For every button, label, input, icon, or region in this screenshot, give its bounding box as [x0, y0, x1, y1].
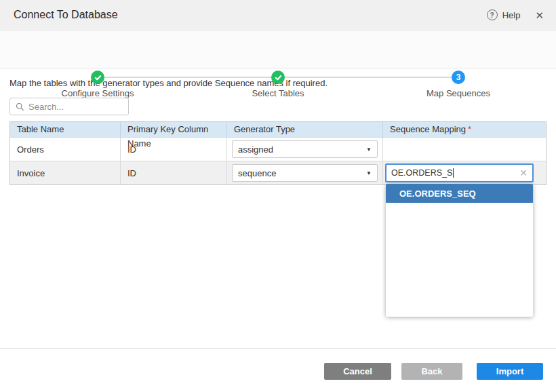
sequence-mapping-input[interactable]: OE.ORDERS_S ✕: [385, 163, 534, 182]
sequence-suggestions-dropdown: OE.ORDERS_SEQ: [386, 184, 533, 317]
chevron-down-icon: ▼: [366, 170, 372, 176]
generator-type-select[interactable]: assigned ▼: [232, 140, 378, 158]
step-2-complete-icon[interactable]: [271, 71, 285, 84]
step-number: 3: [456, 73, 461, 82]
table-header-row: Table Name Primary Key Column Name Gener…: [10, 122, 546, 137]
dialog-title: Connect To Database: [14, 9, 118, 21]
dropdown-option-orders-seq[interactable]: OE.ORDERS_SEQ: [386, 184, 533, 203]
step-label-configure-settings: Configure Settings: [43, 88, 152, 98]
cell-sequence-mapping[interactable]: [383, 138, 546, 161]
sequence-mapping-value: OE.ORDERS_S: [391, 168, 452, 178]
help-link[interactable]: Help: [502, 10, 521, 20]
wizard-stepper: 3 Configure Settings Select Tables Map S…: [0, 31, 556, 68]
required-marker: *: [468, 124, 471, 134]
step-label-select-tables: Select Tables: [224, 88, 332, 98]
close-icon[interactable]: ✕: [535, 10, 544, 20]
step-label-map-sequences: Map Sequences: [404, 88, 513, 98]
step-3-current-icon[interactable]: 3: [452, 71, 465, 84]
cell-generator-type: assigned ▼: [227, 138, 383, 161]
chevron-down-icon: ▼: [366, 146, 372, 153]
selected-option-label: assigned: [238, 144, 273, 155]
cell-generator-type: sequence ▼: [227, 161, 383, 184]
generator-type-select[interactable]: sequence ▼: [232, 164, 378, 182]
clear-icon[interactable]: ✕: [519, 168, 528, 178]
cell-primary-key: ID: [121, 161, 227, 184]
help-icon[interactable]: ?: [487, 9, 498, 20]
dialog-titlebar: Connect To Database ? Help ✕: [0, 0, 556, 31]
selected-option-label: sequence: [238, 168, 276, 178]
check-icon: [275, 74, 282, 81]
step-1-complete-icon[interactable]: [91, 71, 104, 84]
table-row: Orders ID assigned ▼: [10, 137, 546, 161]
cell-sequence-mapping: OE.ORDERS_S ✕: [383, 161, 546, 184]
cell-primary-key: ID: [121, 138, 227, 161]
check-icon: [94, 74, 102, 81]
stepper-connector: [285, 77, 452, 78]
back-button[interactable]: Back: [401, 363, 462, 380]
search-input[interactable]: [28, 102, 117, 112]
cancel-button[interactable]: Cancel: [324, 363, 391, 380]
cell-table-name: Orders: [10, 138, 121, 161]
stepper-connector: [104, 77, 271, 78]
help-icon-glyph: ?: [490, 12, 494, 19]
search-icon: [16, 102, 24, 111]
column-header-label: Sequence Mapping: [390, 124, 466, 134]
table-row: Invoice ID sequence ▼ OE.ORDERS_S ✕: [10, 161, 546, 184]
mapping-table: Table Name Primary Key Column Name Gener…: [9, 121, 547, 185]
text-cursor: [453, 168, 454, 178]
footer-divider: [0, 348, 556, 349]
titlebar-actions: ? Help ✕: [487, 9, 544, 20]
import-button[interactable]: Import: [477, 363, 543, 380]
search-box[interactable]: [9, 98, 129, 115]
cell-table-name: Invoice: [10, 161, 121, 184]
